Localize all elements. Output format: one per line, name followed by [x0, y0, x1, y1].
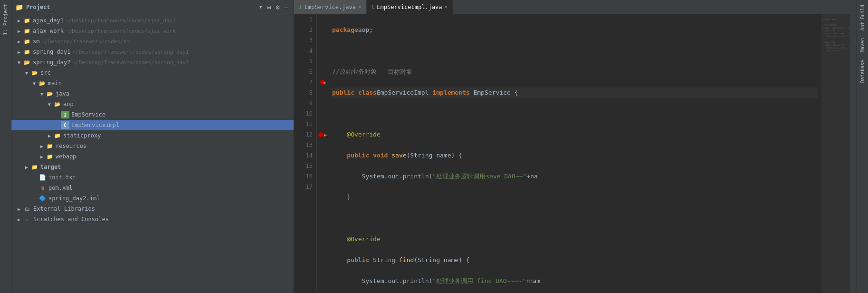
tree-item-init-txt[interactable]: 📄 init.txt — [11, 172, 294, 183]
item-label: src — [40, 69, 51, 76]
tab-empservice[interactable]: I EmpService.java ✕ — [294, 0, 367, 14]
tree-item-main[interactable]: ▼ 📂 main — [11, 78, 294, 88]
line-num-2: 2 — [294, 25, 313, 35]
bp-10 — [317, 108, 328, 119]
item-label: EmpService — [71, 111, 105, 118]
tree-item-spring-day1[interactable]: ▶ 📁 spring_day1 ~/Desktop/framework/code… — [11, 47, 294, 57]
expand-arrow: ▼ — [30, 81, 38, 86]
minimize-icon[interactable]: — — [283, 3, 290, 11]
sidebar-title: Project — [26, 4, 256, 10]
keyword: public class — [332, 88, 377, 98]
tab-close-button[interactable]: ✕ — [358, 4, 362, 10]
line-num-8: 8 — [294, 88, 313, 98]
string-literal: "处理业务调用 find DAO~~~~" — [432, 276, 525, 286]
code-text — [388, 150, 391, 161]
right-panel-tabs: Ant Build Maven Database — [857, 0, 868, 293]
expand-arrow: ▶ — [15, 39, 23, 44]
database-tab[interactable]: Database — [859, 57, 866, 86]
line-num-13: 13 — [294, 140, 313, 150]
line-num-12: 12 — [294, 129, 313, 140]
tree-item-aop[interactable]: ▼ 📂 aop — [11, 99, 294, 109]
scratch-icon: ✏ — [23, 215, 31, 223]
tree-item-resources[interactable]: ▶ 📁 resources — [11, 141, 294, 151]
tree-item-target[interactable]: ▶ 📁 target — [11, 162, 294, 172]
ant-build-tab[interactable]: Ant Build — [859, 2, 866, 33]
folder-icon: 📁 — [23, 27, 31, 35]
tab-empserviceimpl[interactable]: C EmpServiceImpl.java ✕ — [367, 0, 453, 14]
code-text — [332, 129, 347, 140]
code-line-13: System.out.println("处理业务调用 find DAO~~~~"… — [332, 276, 818, 286]
code-line-12: public String find(String name) { — [332, 255, 818, 265]
tree-item-spring-day2-iml[interactable]: 🔷 spring_day2.iml — [11, 193, 294, 204]
bp-2 — [317, 25, 328, 35]
tree-item-ajax-day1[interactable]: ▶ 📁 ajax_day1 ~/Desktop/framework/codes/… — [11, 15, 294, 26]
item-label: java — [56, 90, 69, 97]
bp-15 — [317, 161, 328, 171]
xml-icon: m — [38, 184, 47, 192]
annotation: @Override — [347, 234, 380, 244]
code-line-9: } — [332, 192, 818, 203]
code-line-6: @Override — [332, 129, 818, 140]
minimap: package aop; //原始业务对象 public class EmpSe… — [821, 14, 850, 293]
bp-1 — [317, 14, 328, 25]
tree-item-empserviceimpl[interactable]: C EmpServiceImpl — [11, 120, 294, 130]
maven-tab[interactable]: Maven — [859, 35, 866, 55]
minimap-content: package aop; //原始业务对象 public class EmpSe… — [821, 14, 850, 293]
string-literal: "处理业务逻辑调用save DAO~~" — [432, 171, 526, 182]
expand-arrow: ▼ — [38, 91, 46, 97]
bp-12[interactable]: ▶ — [317, 129, 328, 140]
folder-open-icon: 📂 — [23, 59, 31, 66]
vertical-scrollbar[interactable] — [850, 14, 857, 293]
tree-item-pom-xml[interactable]: m pom.xml — [11, 183, 294, 193]
editor-tabs: I EmpService.java ✕ C EmpServiceImpl.jav… — [294, 0, 857, 14]
item-label: spring_day2.iml — [48, 195, 100, 202]
bp-5 — [317, 56, 328, 67]
bp-11 — [317, 119, 328, 129]
class-icon: C — [61, 121, 69, 129]
dropdown-arrow[interactable]: ▾ — [259, 3, 263, 10]
tree-item-external-libs[interactable]: ▶ 🗂 External Libraries — [11, 204, 294, 214]
interface-icon: I — [61, 111, 69, 118]
interface-tab-icon: I — [299, 4, 302, 10]
breakpoint-column: ▶ ▶ — [317, 14, 328, 293]
folder-icon: 📁 — [23, 38, 31, 45]
item-label: main — [48, 80, 62, 87]
tree-item-java[interactable]: ▼ 📂 java — [11, 88, 294, 99]
code-text: String — [369, 255, 399, 265]
code-text: +na — [526, 171, 537, 182]
tree-item-empservice[interactable]: I EmpService — [11, 109, 294, 120]
folder-open-icon: 📂 — [30, 69, 39, 77]
project-tab[interactable]: 1: Project — [1, 0, 10, 39]
editor-content: 1 2 3 4 5 6 7 8 9 10 11 12 13 14 15 16 1… — [294, 14, 857, 293]
expand-arrow: ▶ — [15, 18, 23, 23]
expand-arrow: ▶ — [23, 165, 30, 170]
expand-arrow: ▼ — [46, 102, 53, 107]
tree-item-ajax-work[interactable]: ▶ 📁 ajax_work ~/Desktop/framework/codes/… — [11, 26, 294, 36]
code-text: } — [332, 192, 351, 203]
tree-item-spring-day2[interactable]: ▼ 📂 spring_day2 ~/Desktop/framework/code… — [11, 57, 294, 68]
tree-item-scratches[interactable]: ▶ ✏ Scratches and Consoles — [11, 214, 294, 225]
code-editor[interactable]: package aop; //原始业务对象 目标对象 public class … — [328, 14, 821, 293]
settings-icon[interactable]: ⚙ — [274, 3, 281, 11]
layout-icon[interactable]: ⊟ — [266, 3, 272, 11]
item-label: ajax_day1 — [33, 17, 64, 24]
code-line-1: package aop; — [332, 25, 818, 35]
item-label: webapp — [56, 153, 76, 160]
item-path: ~/Desktop/framework/codes/sm — [41, 39, 129, 45]
breakpoint-dot-12 — [318, 132, 323, 137]
item-path: ~/Desktop/framework/codes/spring_day2 — [72, 59, 189, 66]
tree-item-src[interactable]: ▼ 📂 src — [11, 68, 294, 78]
item-path: ~/Desktop/framework/codes/ajax_day1 — [66, 18, 176, 24]
target-folder-icon: 📁 — [30, 163, 39, 171]
folder-open-icon: 📂 — [46, 90, 54, 98]
library-icon: 🗂 — [23, 205, 31, 213]
line-num-14: 14 — [294, 150, 313, 161]
tab-close-button[interactable]: ✕ — [445, 4, 448, 10]
bp-7[interactable]: ▶ — [317, 77, 328, 88]
tree-item-staticproxy[interactable]: ▶ 📁 staticproxy — [11, 130, 294, 141]
code-text: EmpService { — [470, 88, 518, 98]
item-label: staticproxy — [63, 132, 101, 139]
tree-item-webapp[interactable]: ▶ 📁 webapp — [11, 151, 294, 162]
tree-item-sm[interactable]: ▶ 📁 sm ~/Desktop/framework/codes/sm — [11, 36, 294, 47]
code-line-11: @Override — [332, 234, 818, 244]
